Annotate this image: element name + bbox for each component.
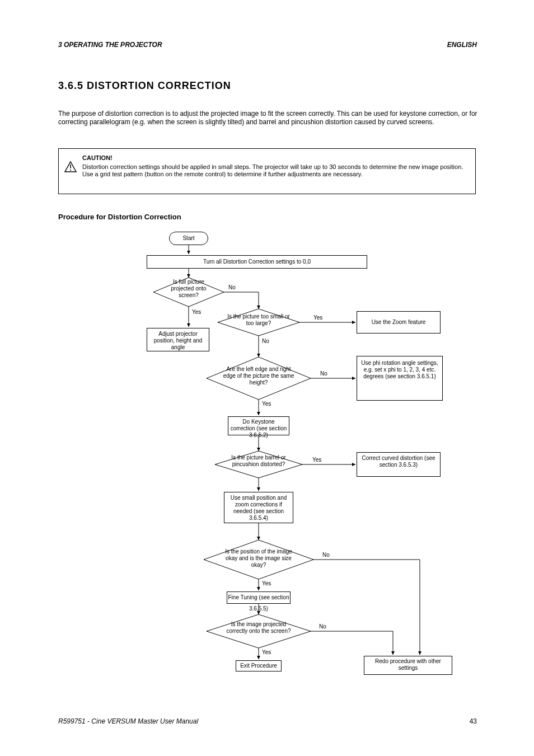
fc-d2-yes: Yes (313, 314, 322, 321)
fc-d4-yes: Yes (312, 457, 321, 463)
fc-d1-text: Is full picture projected onto screen? (161, 279, 216, 299)
fc-d1-no: No (228, 284, 236, 291)
fc-d6-yes: Yes (262, 649, 271, 656)
fc-redo: Redo procedure with other settings (364, 656, 452, 675)
fc-d1-yes: Yes (192, 309, 201, 316)
fc-d3-yes: Yes (262, 401, 271, 407)
fc-d5-yes: Yes (262, 580, 271, 587)
fc-d5-no: No (322, 552, 330, 558)
fc-result-3: Use phi rotation angle settings, e.g. se… (357, 356, 443, 401)
fc-result-1: Adjust projector position, height and an… (147, 328, 209, 351)
fc-result-4: Correct curved distortion (see section 3… (357, 452, 441, 477)
fc-d6-no: No (319, 623, 326, 630)
fc-d2-text: Is the picture too small or too large? (226, 313, 291, 327)
fc-result-2: Use the Zoom feature (357, 311, 441, 334)
fc-d2-no: No (262, 338, 269, 345)
fc-d4-text: Is the picture barrel or pincushion dist… (225, 454, 292, 468)
fc-d5-text: Is the position of the image okay and is… (222, 548, 296, 569)
fc-d3-text: Are the left edge and right edge of the … (223, 366, 294, 386)
fc-step-1: Turn all Distortion Correction settings … (147, 255, 367, 269)
fc-step-3: Use small position and zoom corrections … (224, 492, 293, 523)
fc-end: Exit Procedure (236, 660, 282, 672)
footer-left: R599751 - Cine VERSUM Master User Manual (58, 717, 198, 726)
fc-step-4: Fine Tuning (see section 3.6.5.5) (227, 591, 291, 604)
fc-d3-no: No (320, 370, 327, 377)
fc-d6-text: Is the image projected correctly onto th… (223, 621, 294, 635)
fc-step-2: Do Keystone correction (see section 3.6.… (228, 416, 289, 435)
footer-page: 43 (470, 717, 477, 726)
